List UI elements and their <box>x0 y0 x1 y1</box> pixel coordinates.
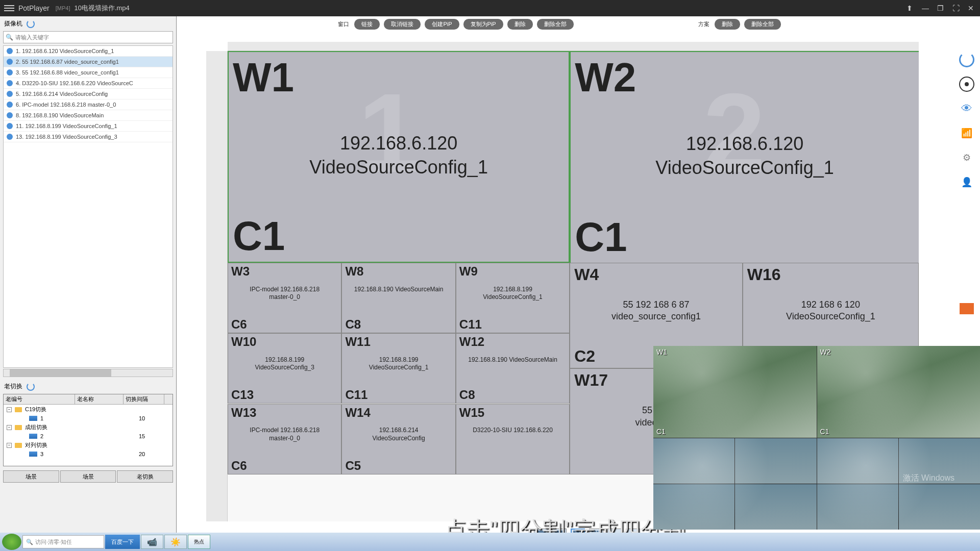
link-button[interactable]: 链接 <box>354 19 380 30</box>
taskbar-search[interactable]: 🔍访问·清零·知任 <box>22 535 104 548</box>
create-pip-button[interactable]: 创建PiP <box>425 19 459 30</box>
wall-cell[interactable]: W13IPC-model 192.168.6.218master-0_0C6 <box>228 404 341 474</box>
camera-item[interactable]: 2. 55 192.168.6.87 video_source_config1 <box>4 57 173 67</box>
wall-cell[interactable]: W15D3220-10-SIU 192.168.6.220 <box>456 404 570 474</box>
preview-pane[interactable]: W1C1 W2C1 激活 Windows <box>653 346 980 530</box>
search-input[interactable]: 🔍 <box>3 31 173 43</box>
col-header: 切换间隔 <box>124 394 164 404</box>
tree-item[interactable]: 110 <box>4 414 173 422</box>
camera-list[interactable]: 1. 192.168.6.120 VideoSourceConfig_1 2. … <box>3 45 173 368</box>
camera-item[interactable]: 1. 192.168.6.120 VideoSourceConfig_1 <box>4 46 173 57</box>
preview-cell[interactable]: W2C1 <box>817 346 981 438</box>
wall-cell[interactable]: W14192.168.6.214VideoSourceConfigC5 <box>341 404 455 474</box>
switch-button[interactable]: 老切换 <box>117 470 173 483</box>
camera-item[interactable]: 6. IPC-model 192.168.6.218 master-0_0 <box>4 99 173 110</box>
camera-item[interactable]: 5. 192.168.6.214 VideoSourceConfig <box>4 89 173 99</box>
camera-item[interactable]: 8. 192.168.8.190 VideoSourceMain <box>4 110 173 121</box>
search-icon: 🔍 <box>6 34 13 41</box>
left-sidebar: 摄像机 🔍 1. 192.168.6.120 VideoSourceConfig… <box>0 16 177 551</box>
format-badge: [MP4] <box>56 5 70 11</box>
col-header: 老名称 <box>75 394 124 404</box>
ruler-top <box>228 42 919 51</box>
app-name: PotPlayer <box>18 4 50 12</box>
close-icon[interactable]: ✕ <box>968 4 976 12</box>
minimize-icon[interactable]: — <box>922 4 930 12</box>
pin-icon[interactable]: ⬆ <box>906 4 915 12</box>
cameras-label: 摄像机 <box>4 19 22 28</box>
gear-icon[interactable]: ⚙ <box>959 150 974 165</box>
tree-folder[interactable]: −C19切换 <box>4 405 173 414</box>
maximize-icon[interactable]: ⛶ <box>952 4 961 12</box>
wall-cell[interactable]: W9192.168.8.199VideoSourceConfig_1C11 <box>456 263 570 333</box>
scene-button[interactable]: 场景 <box>60 470 116 483</box>
ruler-left <box>206 51 228 521</box>
tree-item[interactable]: 215 <box>4 432 173 440</box>
camera-item[interactable]: 3. 55 192.168.6.88 video_source_config1 <box>4 67 173 78</box>
refresh-icon[interactable] <box>27 20 35 28</box>
switch-label: 老切换 <box>4 382 22 391</box>
scheme-delete-button[interactable]: 删除 <box>715 19 740 30</box>
refresh-icon[interactable] <box>959 52 974 67</box>
preview-cell[interactable]: W1C1 <box>653 346 817 438</box>
h-scrollbar[interactable] <box>3 369 173 377</box>
wall-cell[interactable]: W12192.168.8.190 VideoSourceMainC8 <box>456 333 570 404</box>
flag-icon[interactable] <box>959 301 974 316</box>
delete-all-button[interactable]: 删除全部 <box>537 19 574 30</box>
col-header: 老编号 <box>4 394 75 404</box>
taskbar-item[interactable]: 热点 <box>188 535 210 549</box>
preview-cell[interactable] <box>817 438 981 530</box>
baidu-button[interactable]: 百度一下 <box>105 535 140 549</box>
eye-icon[interactable]: 👁 <box>959 101 974 116</box>
tree-item[interactable]: 320 <box>4 450 173 458</box>
start-button[interactable] <box>2 534 21 550</box>
switch-table: 老编号 老名称 切换间隔 −C19切换 110 −成组切换 215 −对列切换 … <box>3 394 173 466</box>
target-icon[interactable] <box>959 77 974 92</box>
window-label: 窗口 <box>338 20 349 28</box>
windows-taskbar[interactable]: 🔍访问·清零·知任 百度一下 📹 ☀️ 热点 <box>0 533 980 551</box>
refresh-icon[interactable] <box>27 383 35 391</box>
tree-folder[interactable]: −对列切换 <box>4 440 173 450</box>
user-icon[interactable]: 👤 <box>959 174 974 190</box>
camera-item[interactable]: 4. D3220-10-SIU 192.168.6.220 VideoSourc… <box>4 78 173 89</box>
wall-cell[interactable]: W11192.168.8.199VideoSourceConfig_1C11 <box>341 333 455 404</box>
wall-cell[interactable]: W3IPC-model 192.168.6.218master-0_0C6 <box>228 263 341 333</box>
title-bar: PotPlayer [MP4] 10电视墙操作.mp4 ⬆ — ❐ ⛶ ✕ <box>0 0 980 16</box>
taskbar-item[interactable]: ☀️ <box>164 535 187 549</box>
taskbar-item[interactable]: 📹 <box>141 535 163 549</box>
wall-cell[interactable]: W8192.168.8.190 VideoSourceMainC8 <box>341 263 455 333</box>
restore-icon[interactable]: ❐ <box>937 4 945 12</box>
wall-cell[interactable]: W10192.168.8.199VideoSourceConfig_3C13 <box>228 333 341 404</box>
wifi-icon[interactable]: 📶 <box>959 126 974 141</box>
scene-button[interactable]: 场景 <box>3 470 59 483</box>
camera-item[interactable]: 13. 192.168.8.199 VideoSourceConfig_3 <box>4 132 173 142</box>
toolbar: 窗口 链接 取消链接 创建PiP 复制为PiP 删除 删除全部 方案 删除 删除… <box>177 16 953 32</box>
unlink-button[interactable]: 取消链接 <box>384 19 421 30</box>
search-field[interactable] <box>15 34 170 40</box>
preview-cell[interactable] <box>653 438 817 530</box>
scheme-delete-all-button[interactable]: 删除全部 <box>744 19 781 30</box>
scheme-label: 方案 <box>698 20 709 28</box>
tree-folder[interactable]: −成组切换 <box>4 422 173 432</box>
file-name: 10电视墙操作.mp4 <box>74 4 129 13</box>
delete-button[interactable]: 删除 <box>507 19 533 30</box>
menu-icon[interactable] <box>4 5 14 11</box>
copy-pip-button[interactable]: 复制为PiP <box>463 19 503 30</box>
wall-cell[interactable]: 1 W1 192.168.6.120VideoSourceConfig_1 C1 <box>228 51 570 263</box>
wall-cell[interactable]: 2 W2 192.168.6.120VideoSourceConfig_1 C1 <box>570 51 919 263</box>
camera-item[interactable]: 11. 192.168.8.199 VideoSourceConfig_1 <box>4 121 173 132</box>
windows-watermark: 激活 Windows <box>903 473 954 484</box>
